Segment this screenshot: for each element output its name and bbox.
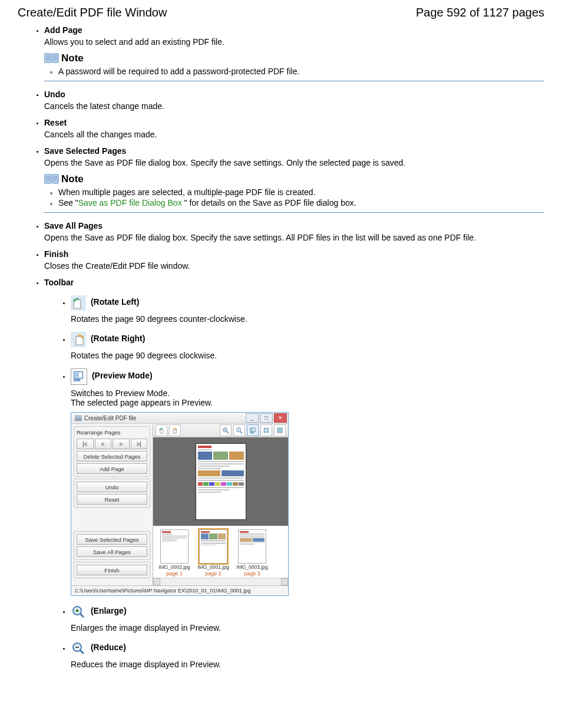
desc-preview-mode-1: Switches to Preview Mode. <box>71 388 544 398</box>
item-add-page: Add Page Allows you to select and add an… <box>44 25 544 81</box>
desc-save-selected: Opens the Save as PDF file dialog box. S… <box>44 158 544 167</box>
rotate-left-icon <box>71 295 86 311</box>
app-icon <box>75 415 82 421</box>
maximize-button[interactable]: □ <box>260 413 273 423</box>
reduce-icon <box>71 641 86 656</box>
svg-line-50 <box>80 650 84 654</box>
rotate-right-icon <box>71 332 86 347</box>
minimize-button[interactable]: _ <box>246 413 259 423</box>
note-save-selected: Note When multiple pages are selected, a… <box>44 173 544 213</box>
item-preview-mode: (Preview Mode) Switches to Preview Mode.… <box>71 368 544 596</box>
note-icon <box>44 53 59 64</box>
desc-rotate-left: Rotates the page 90 degrees counter-cloc… <box>71 314 544 324</box>
path-bar: C:\Users\UserName\Pictures\MP Navigator … <box>71 585 288 595</box>
last-page-button[interactable]: >| <box>131 439 148 449</box>
preview-mode-tb-icon[interactable] <box>247 424 259 436</box>
item-undo: Undo Cancels the latest change made. <box>44 90 544 111</box>
term-undo: Undo <box>44 90 65 99</box>
rotate-right-tb-icon[interactable] <box>169 424 181 436</box>
svg-rect-21 <box>75 373 78 377</box>
desc-save-all: Opens the Save as PDF file dialog box. S… <box>44 233 544 242</box>
term-preview-mode: (Preview Mode) <box>92 371 153 380</box>
main-list: Add Page Allows you to select and add an… <box>44 25 544 669</box>
item-finish: Finish Closes the Create/Edit PDF file w… <box>44 249 544 271</box>
next-page-button[interactable]: > <box>113 439 130 449</box>
thumbnail[interactable]: IMG_0003.jpg page 3 <box>234 529 270 577</box>
item-reset: Reset Cancels all the changes made. <box>44 118 544 139</box>
item-rotate-left: (Rotate Left) Rotates the page 90 degree… <box>71 295 544 324</box>
item-save-selected: Save Selected Pages Opens the Save as PD… <box>44 146 544 213</box>
thumbnail[interactable]: IMG_0002.jpg page 1 <box>157 529 192 577</box>
reduce-tb-icon[interactable] <box>233 424 245 436</box>
enlarge-tb-icon[interactable] <box>220 424 232 436</box>
svg-rect-40 <box>267 428 269 430</box>
desc-reduce: Reduces the image displayed in Preview. <box>71 660 544 669</box>
horizontal-scrollbar[interactable] <box>153 578 288 585</box>
term-rotate-left: (Rotate Left) <box>91 297 139 307</box>
note-icon <box>44 174 59 185</box>
note-label: Note <box>61 52 84 64</box>
preview-mode-icon <box>71 368 87 385</box>
window-titlebar: Create/Edit PDF file _ □ ✕ <box>71 413 288 424</box>
note-line: A password will be required to add a pas… <box>58 67 544 76</box>
svg-rect-37 <box>250 432 252 433</box>
desc-add-page: Allows you to select and add an existing… <box>44 37 544 47</box>
close-button[interactable]: ✕ <box>274 413 287 423</box>
thumb-filename: IMG_0002.jpg <box>158 564 190 570</box>
first-page-button[interactable]: |< <box>77 439 94 449</box>
grid-tb-icon[interactable] <box>260 424 272 436</box>
svg-rect-25 <box>160 430 163 433</box>
term-reset: Reset <box>44 118 67 127</box>
term-rotate-right: (Rotate Right) <box>91 334 146 343</box>
save-selected-button[interactable]: Save Selected Pages <box>77 534 147 545</box>
item-rotate-right: (Rotate Right) Rotates the page 90 degre… <box>71 332 544 360</box>
page-indicator: Page 592 of 1127 pages <box>416 6 544 19</box>
svg-rect-38 <box>253 432 254 433</box>
svg-line-46 <box>80 614 84 617</box>
app-window-screenshot: Create/Edit PDF file _ □ ✕ Rearrange Pag… <box>71 412 289 596</box>
item-enlarge: (Enlarge) Enlarges the image displayed i… <box>71 604 544 633</box>
thumbnail[interactable]: IMG_0001.jpg page 2 <box>196 529 231 577</box>
svg-rect-44 <box>278 429 282 432</box>
window-title: Create/Edit PDF file <box>84 415 136 421</box>
finish-button[interactable]: Finish <box>77 565 147 575</box>
term-toolbar: Toolbar <box>44 278 74 287</box>
document-preview <box>196 443 246 520</box>
note-add-page: Note A password will be required to add … <box>44 52 544 81</box>
thumb-page: page 1 <box>166 571 183 577</box>
item-reduce: (Reduce) Reduces the image displayed in … <box>71 641 544 669</box>
svg-line-29 <box>227 431 229 433</box>
desc-finish: Closes the Create/Edit PDF file window. <box>44 261 544 271</box>
svg-rect-41 <box>264 431 266 433</box>
desc-enlarge: Enlarges the image displayed in Preview. <box>71 623 544 633</box>
thumb-filename: IMG_0003.jpg <box>236 564 267 570</box>
term-reduce: (Reduce) <box>91 643 126 652</box>
desc-preview-mode-2: The selected page appears in Preview. <box>71 398 544 407</box>
thumb-page: page 3 <box>244 571 260 577</box>
left-panel: Rearrange Pages |< < > >| Delete Selecte… <box>71 424 153 585</box>
svg-line-33 <box>240 431 242 433</box>
term-save-all: Save All Pages <box>44 221 103 230</box>
link-save-as-pdf-dialog[interactable]: Save as PDF file Dialog Box <box>78 198 184 207</box>
reset-button[interactable]: Reset <box>77 494 147 505</box>
fullscreen-tb-icon[interactable] <box>274 424 286 436</box>
term-finish: Finish <box>44 249 68 259</box>
thumb-page: page 2 <box>205 571 222 577</box>
right-panel: IMG_0002.jpg page 1 <box>153 424 288 585</box>
svg-rect-23 <box>77 380 80 381</box>
svg-rect-27 <box>173 430 176 433</box>
desc-rotate-right: Rotates the page 90 degrees clockwise. <box>71 351 544 360</box>
delete-selected-button[interactable]: Delete Selected Pages <box>77 451 147 462</box>
term-enlarge: (Enlarge) <box>91 606 127 615</box>
rotate-left-tb-icon[interactable] <box>156 424 167 436</box>
add-page-button[interactable]: Add Page <box>77 463 147 474</box>
term-save-selected: Save Selected Pages <box>44 146 126 156</box>
term-add-page: Add Page <box>44 25 82 35</box>
enlarge-icon <box>71 604 86 620</box>
thumbnails-area: IMG_0002.jpg page 1 <box>153 526 288 578</box>
save-all-button[interactable]: Save All Pages <box>77 546 147 557</box>
prev-page-button[interactable]: < <box>95 439 112 449</box>
page-header: Create/Edit PDF file Window Page 592 of … <box>18 6 544 19</box>
undo-button[interactable]: Undo <box>77 482 147 492</box>
note-label: Note <box>61 173 84 185</box>
